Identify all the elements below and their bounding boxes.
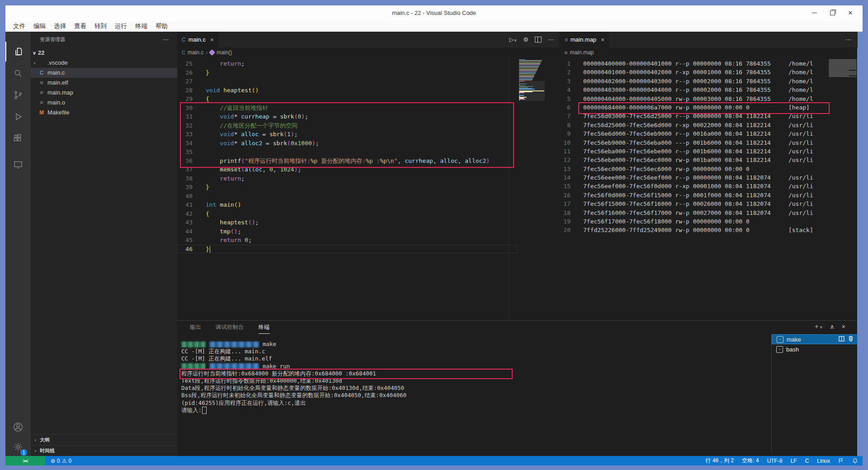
map-line-4[interactable]: 4000000403000-000000404000 r--p 00002000… — [557, 85, 828, 94]
map-line-19[interactable]: 197fec56f17000-7fec56f18000 rw-p 0000000… — [557, 217, 828, 226]
code-line-38[interactable]: 38 return; — [177, 174, 518, 183]
map-line-3[interactable]: 3000000402000-000000403000 r--p 00002000… — [557, 77, 828, 85]
menu-item-7[interactable]: 帮助 — [151, 20, 172, 32]
map-line-7[interactable]: 77fec56d03000-7fec56d25000 r--p 00000000… — [557, 112, 828, 120]
remote-explorer-icon[interactable] — [5, 155, 31, 175]
code-line-43[interactable]: 43 heaptest(); — [177, 218, 518, 227]
breadcrumb-left[interactable]: C main.c › main() — [182, 47, 232, 57]
run-file-icon[interactable]: ▷∨ — [509, 36, 517, 43]
code-line-33[interactable]: 33 void* alloc = sbrk(1); — [177, 130, 518, 139]
run-debug-icon[interactable] — [5, 107, 31, 127]
indentation[interactable]: 空格: 4 — [742, 457, 759, 465]
code-line-32[interactable]: 32 //在堆区分配一个字节的空间 — [177, 121, 518, 130]
menu-item-2[interactable]: 选择 — [50, 20, 70, 32]
panel-tab-0[interactable]: 输出 — [190, 323, 201, 334]
feedback-icon[interactable] — [838, 458, 844, 464]
map-line-8[interactable]: 87fec56d25000-7fec56e6d000 r-xp 00022000… — [557, 121, 828, 129]
split-editor-icon[interactable] — [535, 37, 542, 43]
more-actions-icon[interactable]: ⋯ — [845, 36, 851, 43]
tree-root-folder[interactable]: ∨22 — [31, 48, 177, 58]
code-line-40[interactable]: 40 — [177, 192, 518, 201]
split-terminal-icon[interactable] — [839, 336, 844, 343]
minimize-button[interactable] — [811, 10, 817, 16]
menu-item-6[interactable]: 终端 — [131, 20, 151, 32]
minimap-left[interactable] — [519, 59, 545, 104]
code-line-30[interactable]: 30 //返回当前堆指针 — [177, 104, 518, 113]
explorer-icon[interactable] — [5, 42, 31, 62]
code-line-39[interactable]: 39} — [177, 183, 518, 192]
notifications-bell-icon[interactable] — [852, 458, 858, 464]
code-line-37[interactable]: 37 memset(alloc, 0, 1024); — [177, 165, 518, 174]
map-line-12[interactable]: 127fec56ebe000-7fec56ec0000 rw-p 001ba00… — [557, 156, 828, 164]
menu-item-1[interactable]: 编辑 — [29, 20, 50, 32]
tree-item-main.o[interactable]: ≡main.o — [31, 98, 177, 108]
menu-item-0[interactable]: 文件 — [9, 20, 29, 32]
code-line-41[interactable]: 41int main() — [177, 200, 518, 209]
code-line-44[interactable]: 44 tmp(); — [177, 227, 518, 236]
map-line-17[interactable]: 177fec56f15000-7fec56f16000 r--p 0002600… — [557, 199, 828, 208]
kill-terminal-icon[interactable] — [848, 336, 854, 343]
map-line-5[interactable]: 5000000404000-000000405000 rw-p 00003000… — [557, 95, 828, 103]
panel-tab-2[interactable]: 终端 — [259, 323, 270, 334]
problems-indicator[interactable]: ⊘0 ⚠0 — [51, 458, 71, 464]
language-mode[interactable]: C — [805, 458, 809, 464]
os-indicator[interactable]: Linux — [817, 458, 830, 464]
map-line-14[interactable]: 147fec56eee000-7fec56eef000 r--p 0000000… — [557, 173, 828, 182]
code-line-29[interactable]: 29{ — [177, 95, 518, 104]
map-line-18[interactable]: 187fec56f16000-7fec56f17000 rw-p 0002700… — [557, 209, 828, 217]
search-icon[interactable] — [5, 63, 31, 83]
map-line-10[interactable]: 107fec56eb9000-7fec56eba000 ---p 001b600… — [557, 138, 828, 147]
tree-item-main.map[interactable]: ≡main.map — [31, 88, 177, 98]
menu-item-4[interactable]: 转到 — [90, 20, 111, 32]
maximize-button[interactable] — [829, 10, 835, 16]
terminal-instance-bash[interactable]: ›bash — [772, 344, 858, 354]
close-panel-icon[interactable]: × — [842, 323, 845, 330]
source-control-icon[interactable] — [5, 85, 31, 105]
tree-item-.vscode[interactable]: ›.vscode — [31, 58, 177, 68]
code-line-46[interactable]: 46} — [177, 245, 518, 254]
tree-item-main.c[interactable]: Cmain.c — [31, 68, 177, 78]
code-line-28[interactable]: 28void heaptest() — [177, 86, 518, 95]
menu-item-5[interactable]: 运行 — [111, 20, 131, 32]
settings-gear-icon[interactable]: 1 — [5, 437, 31, 457]
code-line-36[interactable]: 36 printf("程序运行时当前堆指针:%p 新分配的堆内存:%p :%p\… — [177, 157, 518, 166]
code-line-31[interactable]: 31 void* currheap = sbrk(0); — [177, 112, 518, 121]
tab-main-map[interactable]: ≡ main.map × — [560, 32, 609, 47]
map-line-20[interactable]: 207ffd25226000-7ffd25249000 rw-p 0000000… — [557, 226, 828, 234]
map-line-1[interactable]: 1000000400000-000000401000 r--p 00000000… — [557, 59, 828, 68]
code-line-26[interactable]: 26} — [177, 68, 518, 77]
map-editor[interactable]: 1000000400000-000000401000 r--p 00000000… — [557, 59, 828, 235]
close-button[interactable]: ✕ — [847, 10, 854, 16]
encoding[interactable]: UTF-8 — [767, 458, 783, 464]
code-line-27[interactable]: 27 — [177, 77, 518, 86]
map-line-2[interactable]: 2000000401000-000000402000 r-xp 00001000… — [557, 68, 828, 76]
terminal-instance-make[interactable]: ›make — [772, 334, 858, 344]
account-icon[interactable] — [5, 417, 31, 437]
maximize-panel-icon[interactable]: ∧ — [830, 323, 835, 330]
extensions-icon[interactable] — [5, 128, 31, 148]
cursor-position[interactable]: 行 46，列 2 — [706, 457, 734, 465]
remote-indicator[interactable]: >< — [5, 456, 45, 465]
tab-close-icon[interactable]: × — [210, 36, 214, 43]
tree-item-main.elf[interactable]: ≡main.elf — [31, 78, 177, 88]
timeline-section[interactable]: ›时间线 — [31, 445, 177, 456]
panel-tab-1[interactable]: 调试控制台 — [216, 323, 244, 334]
map-line-9[interactable]: 97fec56e6d000-7fec56eb9000 r--p 0016a000… — [557, 129, 828, 138]
minimap-right[interactable] — [829, 59, 858, 97]
tab-close-icon[interactable]: × — [601, 36, 604, 43]
code-line-34[interactable]: 34 void* alloc2 = sbrk(0x1000); — [177, 139, 518, 148]
more-actions-icon[interactable]: ⋯ — [548, 36, 554, 43]
map-line-13[interactable]: 137fec56ec0000-7fec56ec6000 rw-p 0000000… — [557, 165, 828, 173]
tab-main-c[interactable]: C main.c × — [177, 32, 218, 47]
map-line-15[interactable]: 157fec56eef000-7fec56f0d000 r-xp 0000100… — [557, 182, 828, 190]
eol[interactable]: LF — [791, 458, 797, 464]
menu-item-3[interactable]: 查看 — [70, 20, 90, 32]
code-editor[interactable]: 25 return;26}2728void heaptest()29{30 //… — [177, 59, 518, 253]
tree-item-Makefile[interactable]: MMakefile — [31, 108, 177, 118]
code-line-25[interactable]: 25 return; — [177, 59, 518, 68]
map-line-11[interactable]: 117fec56eba000-7fec56ebe000 r--p 001b600… — [557, 147, 828, 156]
sidebar-more-actions-icon[interactable]: ⋯ — [163, 32, 169, 47]
new-terminal-icon[interactable]: ＋∨ — [813, 323, 823, 331]
breadcrumb-right[interactable]: ≡ main.map — [564, 47, 594, 57]
gear-icon[interactable]: ⚙ — [523, 36, 528, 43]
